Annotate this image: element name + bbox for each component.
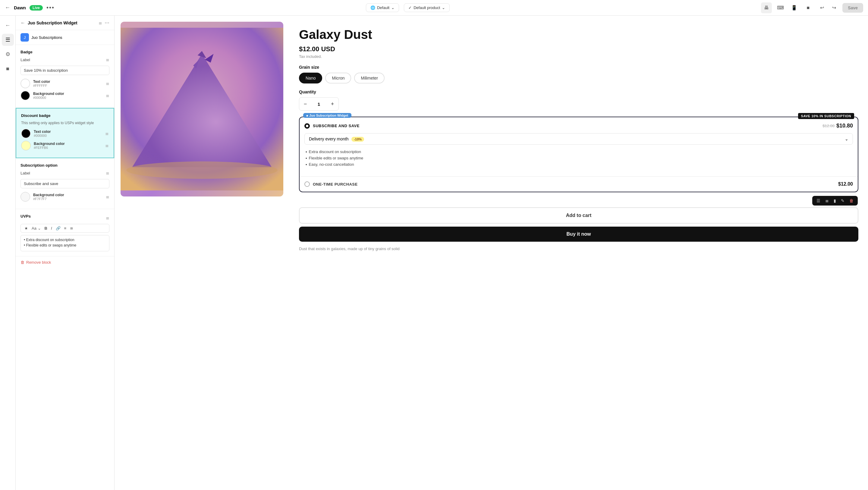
buy-now-button[interactable]: Buy it now (299, 226, 858, 242)
default-selector[interactable]: 🌐 Default ⌄ (366, 3, 399, 12)
quantity-decrease-button[interactable]: − (299, 98, 311, 110)
label-field-row: Label ≣ (21, 57, 110, 62)
ft-rows-icon[interactable]: ≣ (824, 198, 830, 204)
quantity-value: 1 (311, 101, 327, 107)
bg-color-circle[interactable] (21, 91, 30, 100)
sidebar-back-icon[interactable]: ← (21, 20, 25, 26)
one-time-left: ONE-TIME PURCHASE (304, 181, 358, 187)
back-icon[interactable]: ← (5, 4, 10, 11)
desktop-view-button[interactable]: 🖶 (761, 2, 772, 13)
discount-chip: -10% (351, 137, 364, 142)
uvps-header-row: UVPs ≣ (21, 214, 110, 221)
grain-nano-button[interactable]: Nano (299, 73, 322, 84)
ft-align-icon[interactable]: ☰ (815, 198, 822, 204)
quantity-increase-button[interactable]: + (327, 98, 338, 110)
ft-edit-icon[interactable]: ✎ (840, 198, 846, 204)
disc-text-color-hex: #000000 (34, 134, 102, 137)
link-button[interactable]: 🔗 (55, 225, 62, 231)
nav-blocks-icon[interactable]: ■ (2, 63, 14, 75)
disc-text-color-info: Text color #000000 (34, 130, 102, 137)
action-buttons: Add to cart Buy it now Dust that exists … (299, 207, 858, 252)
subscription-widget: ■ Juo Subscription Widget SAVE 10% IN SU… (299, 117, 858, 192)
one-time-label: ONE-TIME PURCHASE (313, 182, 358, 187)
one-time-radio (304, 181, 310, 187)
globe-icon: 🌐 (370, 5, 375, 10)
more-icon-header[interactable]: ⋯ (104, 20, 110, 26)
preview-area: Galaxy Dust $12.00 USD Tax included. Gra… (115, 16, 868, 490)
nav-back-icon[interactable]: ← (2, 19, 14, 31)
uvp-content[interactable]: Extra discount on subscription Flexible … (21, 235, 110, 251)
top-bar-center: 🌐 Default ⌄ ✓ Default product ⌄ (366, 3, 450, 12)
disc-bg-color-label: Background color (34, 142, 102, 146)
default-product-selector[interactable]: ✓ Default product ⌄ (404, 3, 450, 12)
numbered-list-button[interactable]: ≅ (69, 225, 74, 231)
disc-bg-color-hex: #FEFFB6 (34, 146, 102, 150)
font-select[interactable]: Aa ⌄ (30, 225, 42, 231)
tablet-view-button[interactable]: ⌨ (775, 2, 786, 13)
nav-settings-icon[interactable]: ⚙ (2, 48, 14, 60)
sub-label-field-row: Label ≣ (21, 171, 110, 175)
discount-badge-subtitle: This setting only applies to USPs widget… (21, 121, 109, 125)
top-bar: ← Dawn Live ••• 🌐 Default ⌄ ✓ Default pr… (0, 0, 868, 16)
mobile-view-button[interactable]: 📱 (789, 2, 800, 13)
subscription-option-section: Subscription option Label ≣ Background c… (16, 158, 114, 209)
badge-section: Badge Label ≣ Text color #FFFFFF ≣ (16, 45, 114, 108)
quantity-control: − 1 + (299, 97, 339, 111)
db-icon-sub-label: ≣ (106, 171, 110, 175)
uvp-item-1: Extra discount on subscription (24, 238, 106, 242)
sub-option-header-row: SUBSCRIBE AND SAVE $12.00 $10.80 (304, 123, 853, 129)
ft-delete-icon[interactable]: 🗑 (848, 198, 855, 204)
grain-options: Nano Micron Milimeter (299, 73, 858, 84)
sub-bg-color-circle[interactable] (21, 192, 30, 202)
db-icon-header: ≣ (98, 21, 102, 25)
db-icon-bg-color: ≣ (106, 93, 110, 98)
add-to-cart-button[interactable]: Add to cart (299, 207, 858, 224)
one-time-purchase-row[interactable]: ONE-TIME PURCHASE $12.00 (300, 177, 858, 192)
grain-micron-button[interactable]: Micron (325, 73, 351, 84)
grain-milimeter-button[interactable]: Milimeter (354, 73, 384, 84)
sub-label-field-label: Label (21, 171, 30, 175)
bg-color-label: Background color (33, 92, 103, 96)
uvps-title: UVPs (21, 214, 31, 218)
badge-label-input[interactable] (21, 66, 110, 75)
trash-icon: 🗑 (21, 260, 24, 265)
floating-toolbar: ☰ ≣ ▮ ✎ 🗑 (812, 196, 858, 206)
code-view-button[interactable]: ■ (803, 2, 813, 13)
delivery-select[interactable]: Delivery every month -10% ⌄ (304, 133, 853, 145)
product-price: $12.00 USD (299, 45, 858, 53)
label-field-label: Label (21, 58, 30, 62)
italic-button[interactable]: I (50, 225, 53, 231)
text-color-label: Text color (33, 80, 103, 84)
ft-copy-icon[interactable]: ▮ (832, 198, 837, 204)
bullet-list-button[interactable]: ≡ (63, 225, 68, 231)
bg-color-info: Background color #000000 (33, 92, 103, 99)
magic-icon[interactable]: ★ (23, 225, 29, 231)
bold-button[interactable]: B (43, 225, 49, 231)
uvp-list-item-2: Flexible edits or swaps anytime (306, 156, 853, 160)
save-button[interactable]: Save (842, 3, 863, 13)
icon-rail: ← ☰ ⚙ ■ (0, 16, 16, 490)
product-image-svg (121, 22, 283, 196)
sub-label-input[interactable] (21, 179, 110, 188)
disc-bg-color-circle[interactable] (21, 141, 31, 150)
more-options-button[interactable]: ••• (46, 4, 55, 11)
svg-point-5 (126, 161, 277, 179)
app-name: Juo Subscriptions (31, 35, 62, 40)
disc-text-color-row: Text color #000000 ≣ (21, 129, 109, 138)
undo-button[interactable]: ↩ (816, 2, 827, 13)
text-color-circle[interactable] (21, 79, 30, 88)
redo-button[interactable]: ↪ (829, 2, 839, 13)
product-title: Galaxy Dust (299, 28, 858, 41)
text-color-info: Text color #FFFFFF (33, 80, 103, 87)
subscribe-save-option[interactable]: SUBSCRIBE AND SAVE $12.00 $10.80 Deliver… (300, 117, 858, 176)
disc-text-color-circle[interactable] (21, 129, 31, 138)
nav-sections-icon[interactable]: ☰ (2, 34, 14, 46)
delivery-text-label: Delivery every month (309, 136, 349, 141)
db-icon-disc-bg: ≣ (105, 143, 109, 148)
product-image-area (115, 16, 289, 490)
db-icon-text-color: ≣ (106, 81, 110, 86)
grain-size-label: Grain size (299, 65, 858, 70)
radio-inner (306, 125, 308, 127)
remove-block-button[interactable]: 🗑 Remove block (16, 256, 114, 268)
product-description: Dust that exists in galaxies, made up of… (299, 246, 858, 252)
